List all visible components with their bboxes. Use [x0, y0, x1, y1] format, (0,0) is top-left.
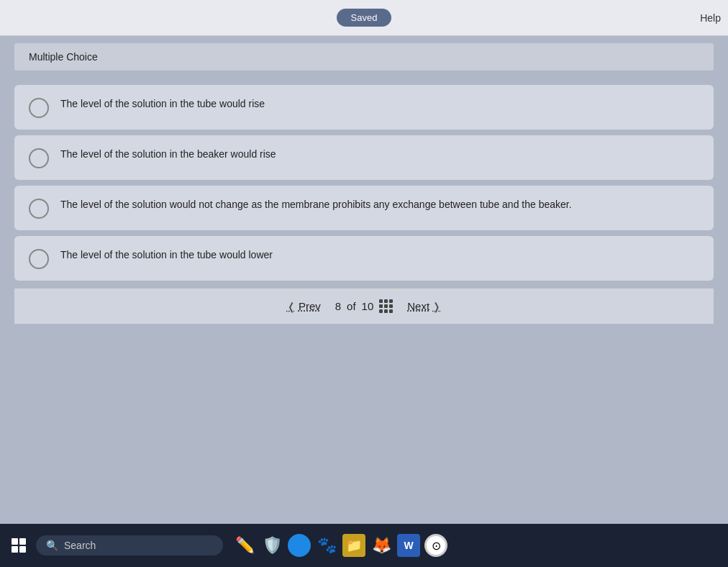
taskbar-icon-animal[interactable]: 🐾	[315, 534, 338, 557]
page-info: 8 of 10	[335, 299, 393, 313]
help-link[interactable]: Help	[700, 12, 721, 24]
taskbar-icon-word[interactable]: W	[397, 534, 420, 557]
windows-icon	[12, 538, 26, 553]
taskbar-search-bar[interactable]: 🔍 Search	[36, 535, 223, 555]
section-title: Multiple Choice	[29, 51, 98, 63]
taskbar-icon-fox[interactable]: 🦊	[370, 534, 393, 557]
of-label: of	[347, 300, 356, 312]
taskbar-icon-color1[interactable]	[288, 534, 311, 557]
search-placeholder-text: Search	[64, 540, 96, 551]
search-icon: 🔍	[46, 540, 58, 551]
option-1[interactable]: The level of the solution in the tube wo…	[14, 85, 714, 130]
option-text-4: The level of the solution in the tube wo…	[60, 248, 699, 263]
navigation-bar: ❬ Prev 8 of 10 Next ❭	[14, 288, 714, 324]
options-container: The level of the solution in the tube wo…	[14, 78, 714, 288]
next-label: Next	[407, 300, 429, 312]
taskbar-icon-folder[interactable]: 📁	[342, 534, 365, 557]
option-4[interactable]: The level of the solution in the tube wo…	[14, 236, 714, 281]
saved-badge: Saved	[337, 9, 392, 27]
main-content: Multiple Choice The level of the solutio…	[0, 36, 728, 524]
start-button[interactable]	[7, 534, 30, 557]
taskbar-icon-shield[interactable]: 🛡️	[260, 534, 283, 557]
option-text-3: The level of the solution would not chan…	[60, 197, 699, 212]
section-header: Multiple Choice	[14, 43, 714, 71]
radio-1[interactable]	[29, 98, 49, 118]
next-button[interactable]: Next ❭	[407, 300, 441, 312]
option-3[interactable]: The level of the solution would not chan…	[14, 186, 714, 230]
total-pages: 10	[362, 300, 374, 312]
option-2[interactable]: The level of the solution in the beaker …	[14, 135, 714, 180]
prev-label: Prev	[299, 300, 321, 312]
taskbar-icons: ✏️ 🛡️ 🐾 📁 🦊 W ⊙	[233, 534, 447, 557]
current-page: 8	[335, 300, 341, 312]
chevron-right-icon: ❭	[432, 301, 441, 312]
option-text-1: The level of the solution in the tube wo…	[60, 96, 699, 112]
top-bar: Saved Help	[0, 0, 728, 36]
chevron-left-icon: ❬	[287, 301, 296, 312]
grid-icon[interactable]	[379, 299, 393, 313]
option-text-2: The level of the solution in the beaker …	[60, 147, 699, 162]
taskbar: 🔍 Search ✏️ 🛡️ 🐾 📁 🦊 W ⊙	[0, 524, 728, 567]
taskbar-icon-chrome[interactable]: ⊙	[424, 534, 447, 557]
radio-3[interactable]	[29, 199, 49, 219]
taskbar-icon-pen[interactable]: ✏️	[233, 534, 256, 557]
prev-button[interactable]: ❬ Prev	[287, 300, 321, 312]
radio-4[interactable]	[29, 249, 49, 269]
radio-2[interactable]	[29, 148, 49, 168]
